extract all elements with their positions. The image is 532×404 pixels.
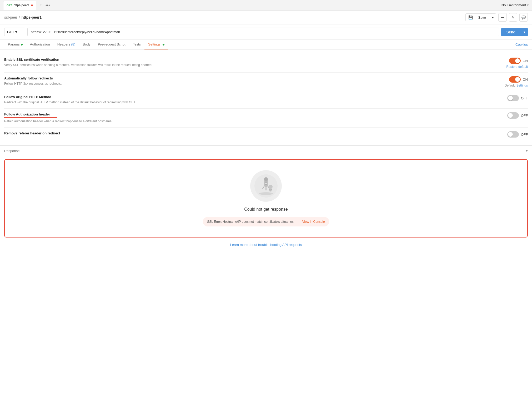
redirects-toggle-slider xyxy=(509,76,521,83)
edit-icon: ✎ xyxy=(512,16,515,19)
setting-right-referer: OFF xyxy=(486,131,528,138)
send-label[interactable]: Send xyxy=(501,28,521,36)
setting-title-referer: Remove referer header on redirect xyxy=(4,131,220,135)
learn-more-link[interactable]: Learn more about troubleshooting API req… xyxy=(0,241,532,251)
save-dropdown-arrow[interactable]: ▾ xyxy=(490,14,496,21)
setting-title-ssl: Enable SSL certificate verification xyxy=(4,58,220,62)
url-bar: GET ▾ Send ▾ xyxy=(0,24,532,40)
svg-rect-9 xyxy=(269,189,270,190)
error-detail-bar: SSL Error: Hostname/IP does not match ce… xyxy=(203,217,329,226)
tab-headers[interactable]: Headers (8) xyxy=(54,40,79,49)
header-bar: ssl-peer / https-peer1 💾 Save ▾ ••• ✎ 💬 xyxy=(0,11,532,24)
tab-pre-request-script[interactable]: Pre-request Script xyxy=(94,40,129,49)
tab-params[interactable]: Params xyxy=(4,40,26,49)
send-button[interactable]: Send ▾ xyxy=(501,28,528,36)
save-icon: 💾 xyxy=(466,14,474,21)
redirects-settings-link[interactable]: Settings xyxy=(516,84,528,87)
save-button[interactable]: 💾 Save ▾ xyxy=(465,13,496,21)
ssl-toggle-label: ON xyxy=(523,59,528,63)
http-method-toggle-slider xyxy=(507,95,519,101)
environment-selector[interactable]: No Environment ▾ xyxy=(501,3,529,7)
redirects-toggle-container: ON xyxy=(509,76,528,83)
setting-right-redirects: ON Default: Settings xyxy=(486,76,528,87)
auth-header-underline xyxy=(4,117,57,118)
setting-row-auth-header: Follow Authorization header Retain autho… xyxy=(4,109,528,128)
tab-modified-dot xyxy=(31,4,33,6)
breadcrumb-parent: ssl-peer xyxy=(4,15,17,19)
tab-settings[interactable]: Settings xyxy=(144,40,168,49)
new-tab-button[interactable]: + xyxy=(37,2,44,8)
comment-button[interactable]: 💬 xyxy=(519,13,528,22)
setting-right-auth-header: OFF xyxy=(486,112,528,119)
error-title: Could not get response xyxy=(244,207,288,212)
save-label[interactable]: Save xyxy=(474,14,490,21)
referer-toggle-label: OFF xyxy=(521,133,528,137)
referer-toggle-slider xyxy=(507,131,519,138)
setting-row-referer: Remove referer header on redirect OFF xyxy=(4,128,528,141)
setting-desc-http-method: Redirect with the original HTTP method i… xyxy=(4,100,220,105)
settings-active-dot xyxy=(163,44,164,46)
settings-panel: Enable SSL certificate verification Veri… xyxy=(0,50,532,145)
tab-tests[interactable]: Tests xyxy=(129,40,144,49)
redirects-toggle-label: ON xyxy=(523,78,528,82)
setting-left-ssl: Enable SSL certificate verification Veri… xyxy=(4,58,220,67)
view-in-console-button[interactable]: View in Console xyxy=(298,218,329,226)
redirects-toggle[interactable] xyxy=(509,76,521,83)
send-dropdown-arrow[interactable]: ▾ xyxy=(521,28,528,36)
restore-default-link[interactable]: Restore default xyxy=(506,65,528,69)
response-section-header[interactable]: Response ▾ xyxy=(0,145,532,156)
method-label: GET xyxy=(7,30,14,34)
http-method-toggle-label: OFF xyxy=(521,96,528,100)
response-chevron: ▾ xyxy=(526,149,528,153)
setting-title-http-method: Follow original HTTP Method xyxy=(4,95,220,99)
tab-body[interactable]: Body xyxy=(79,40,94,49)
auth-header-toggle[interactable] xyxy=(507,112,519,119)
svg-rect-10 xyxy=(271,189,272,190)
svg-point-2 xyxy=(264,177,268,181)
cookies-link[interactable]: Cookies xyxy=(515,43,528,47)
more-options-button[interactable]: ••• xyxy=(498,13,507,22)
setting-left-redirects: Automatically follow redirects Follow HT… xyxy=(4,76,220,86)
setting-desc-ssl: Verify SSL certificates when sending a r… xyxy=(4,63,220,67)
setting-title-auth-header: Follow Authorization header xyxy=(4,112,220,116)
tab-bar: GET https-peer1 + ••• No Environment ▾ xyxy=(0,0,532,11)
svg-point-11 xyxy=(259,192,273,195)
ssl-toggle-container: ON xyxy=(509,58,528,64)
svg-rect-5 xyxy=(265,187,267,190)
error-message: SSL Error: Hostname/IP does not match ce… xyxy=(203,218,298,226)
referer-toggle-container: OFF xyxy=(507,131,528,138)
method-chevron: ▾ xyxy=(15,30,17,34)
header-actions: 💾 Save ▾ ••• ✎ 💬 xyxy=(465,13,528,22)
setting-desc-auth-header: Retain authorization header when a redir… xyxy=(4,119,220,124)
referer-toggle[interactable] xyxy=(507,131,519,138)
setting-desc-redirects: Follow HTTP 3xx responses as redirects. xyxy=(4,81,220,86)
response-title: Response xyxy=(4,149,20,153)
request-tab[interactable]: GET https-peer1 xyxy=(3,1,36,10)
auth-header-toggle-label: OFF xyxy=(521,114,528,118)
setting-left-auth-header: Follow Authorization header Retain autho… xyxy=(4,112,220,124)
svg-point-7 xyxy=(268,185,273,189)
environment-label: No Environment xyxy=(501,3,526,7)
setting-right-ssl: ON Restore default xyxy=(486,58,528,69)
rocket-svg xyxy=(254,174,278,198)
setting-title-redirects: Automatically follow redirects xyxy=(4,76,220,80)
edit-button[interactable]: ✎ xyxy=(509,13,517,22)
error-illustration xyxy=(250,170,282,202)
tab-more-button[interactable]: ••• xyxy=(46,3,50,8)
tab-authorization[interactable]: Authorization xyxy=(26,40,54,49)
ssl-toggle[interactable] xyxy=(509,58,521,64)
url-input[interactable] xyxy=(27,28,499,36)
auth-header-toggle-slider xyxy=(507,112,519,119)
breadcrumb: ssl-peer / https-peer1 xyxy=(4,15,42,19)
breadcrumb-current: https-peer1 xyxy=(22,15,42,19)
method-badge: GET xyxy=(7,4,12,7)
http-method-toggle[interactable] xyxy=(507,95,519,101)
breadcrumb-separator: / xyxy=(19,15,20,19)
method-selector[interactable]: GET ▾ xyxy=(4,28,25,36)
setting-row-http-method: Follow original HTTP Method Redirect wit… xyxy=(4,91,528,109)
setting-left-http-method: Follow original HTTP Method Redirect wit… xyxy=(4,95,220,105)
setting-row-redirects: Automatically follow redirects Follow HT… xyxy=(4,73,528,91)
params-dot xyxy=(21,44,23,46)
ssl-toggle-slider xyxy=(509,58,521,64)
comment-icon: 💬 xyxy=(521,16,526,19)
